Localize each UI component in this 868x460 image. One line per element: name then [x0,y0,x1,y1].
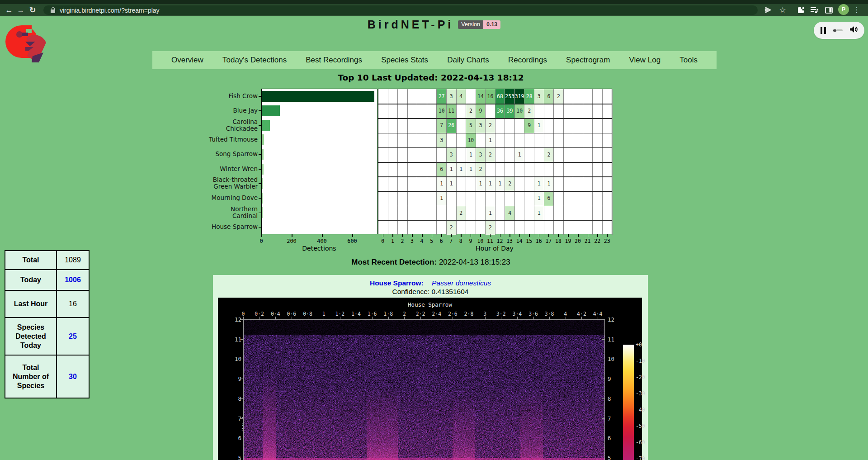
heatmap-cell [515,118,525,133]
heatmap-cell [593,206,603,220]
spectrogram-ytick-dash [602,418,605,419]
main-nav: OverviewToday's DetectionsBest Recording… [152,51,717,69]
hour-axis-ticklabel: 18 [555,238,561,244]
heatmap-cell: 319 [515,89,525,104]
heatmap-cell [564,162,574,176]
stats-value-link[interactable]: 25 [69,332,77,340]
heatmap-cell: 1 [447,176,457,191]
bar-axis-ticklabel: 400 [317,238,327,244]
heatmap-row-divider [378,104,612,104]
nav-item-overview[interactable]: Overview [171,56,203,65]
spectrogram-xtick-dash [404,317,405,319]
detection-scientific-name[interactable]: Passer domesticus [432,279,491,287]
heatmap-cell [554,133,564,147]
heatmap-cell [515,176,525,191]
hour-axis-tick [402,234,403,237]
bookmark-star-icon[interactable]: ☆ [777,4,788,16]
heatmap-cell [603,133,613,147]
heatmap-cell [593,118,603,133]
bar-axis-title: Detections [302,245,336,252]
heatmap-cell [486,104,495,118]
hour-axis-ticklabel: 9 [469,238,472,244]
hour-axis-ticklabel: 21 [585,238,591,244]
side-panel-icon[interactable] [823,4,835,16]
heatmap-cell: 2 [457,206,467,220]
heatmap-cell [408,104,418,118]
profile-avatar[interactable]: P [838,4,849,15]
heatmap-cell [378,133,388,147]
colorbar-ticklabel: -50 [636,423,645,429]
heatmap-cell [515,133,525,147]
spectrogram-ytick-dash [602,458,605,458]
nav-item-species-stats[interactable]: Species Stats [381,56,428,65]
heatmap-cell: 16 [486,89,495,104]
spectrogram-xtick: 0·6 [287,311,297,317]
heatmap-cell [457,118,467,133]
speaker-icon[interactable] [849,26,858,35]
nav-item-spectrogram[interactable]: Spectrogram [566,56,610,65]
hour-axis-tick [519,234,520,237]
heatmap-cell [476,191,486,205]
volume-slider[interactable] [833,29,843,32]
heatmap-cell [398,162,408,176]
pause-icon[interactable] [821,27,826,34]
heatmap-cell [417,89,427,104]
heatmap-cell [544,133,554,147]
heatmap-cell: 2 [486,220,495,235]
media-playlist-icon[interactable] [808,4,820,16]
hour-axis-tick [539,234,540,237]
heatmap-cell [573,147,583,162]
stats-value-link[interactable]: 1006 [65,276,81,284]
heatmap-cell: 1 [466,162,476,176]
species-axis-tick [259,96,261,97]
heatmap-cell [583,176,593,191]
detection-card: House Sparrow: Passer domesticus Confide… [213,275,648,460]
audio-player[interactable] [814,22,864,39]
species-axis-tick [259,198,261,199]
hour-axis-tick [509,234,510,237]
heatmap-cell: 2 [486,118,495,133]
nav-item-daily-charts[interactable]: Daily Charts [447,56,489,65]
send-icon[interactable] [762,4,774,16]
heatmap-cell [564,104,574,118]
forward-icon[interactable]: → [15,5,26,16]
hour-axis-tick [412,234,413,237]
heatmap-cell: 1 [495,176,505,191]
nav-item-recordings[interactable]: Recordings [508,56,547,65]
spectrogram-xtick-dash [388,317,389,319]
heatmap-cell [515,206,525,220]
reload-icon[interactable]: ↻ [27,5,38,16]
nav-item-today-s-detections[interactable]: Today's Detections [222,56,287,65]
browser-menu-icon[interactable]: ⋮ [853,4,861,16]
heatmap-cell: 1 [544,176,554,191]
hour-axis-tick [392,234,393,237]
heatmap-cell: 1 [515,147,525,162]
nav-item-view-log[interactable]: View Log [629,56,661,65]
spectrogram-xtick: 0·8 [303,311,312,317]
heatmap-cell [408,89,418,104]
heatmap-cell [564,89,574,104]
species-label: Song Sparrow [160,151,258,157]
colorbar-ticklabel: -60 [636,439,645,446]
stats-value-link[interactable]: 30 [69,373,77,380]
heatmap-cell [378,89,388,104]
hour-axis-ticklabel: 20 [575,238,581,244]
heatmap-cell [378,206,388,220]
bar-carolina-chickadee [262,120,270,131]
page-header: BirdNET-Pi Version 0.13 [0,18,868,31]
nav-item-tools[interactable]: Tools [679,56,698,65]
heatmap-row-divider [378,118,612,119]
heatmap-cell [417,147,427,162]
heatmap-cell: 2 [554,89,564,104]
heatmap-cell [593,162,603,176]
address-bar[interactable]: virginia.birdnetpi.com/?stream=play [43,5,758,15]
back-icon[interactable]: ← [4,5,14,16]
heatmap-cell [427,206,437,220]
extensions-icon[interactable] [795,4,807,16]
heatmap-cell [573,89,583,104]
heatmap-cell [593,133,603,147]
heatmap-cell [437,147,447,162]
nav-item-best-recordings[interactable]: Best Recordings [306,56,362,65]
hour-axis-ticklabel: 2 [401,238,404,244]
detection-common-name[interactable]: House Sparrow: [370,279,424,287]
